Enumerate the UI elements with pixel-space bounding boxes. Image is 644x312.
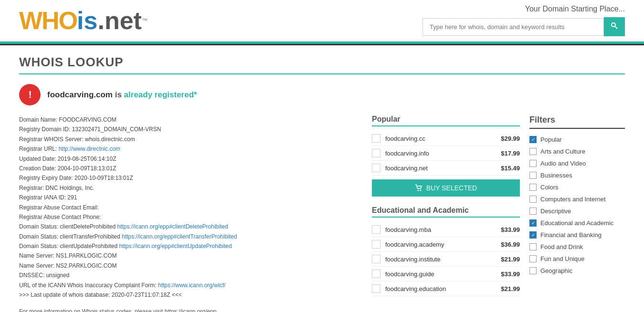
educational-section: Educational and Academic foodcarving.mba… (372, 206, 520, 296)
logo-tm: ™ (142, 17, 148, 24)
page-content: WHOIS LOOKUP ! foodcarving.com is alread… (0, 45, 644, 312)
whois-line: Domain Status: clientDeleteProhibited ht… (19, 222, 362, 231)
header: WHOis.net™ Your Domain Starting Place... (0, 0, 644, 42)
domain-checkbox[interactable] (372, 134, 380, 143)
search-button[interactable] (604, 17, 625, 36)
filter-checkbox[interactable] (529, 255, 537, 262)
popular-title: Popular (372, 115, 520, 126)
filter-item[interactable]: Computers and Internet (529, 193, 625, 205)
filter-label: Popular (540, 136, 562, 143)
whois-link[interactable]: https://icann.org/epp#clientDeleteProhib… (117, 223, 228, 230)
popular-section: Popular foodcarving.cc $29.99 foodcarvin… (372, 115, 520, 197)
domain-row-name: foodcarving.guide (385, 270, 501, 278)
filter-item[interactable]: Financial and Banking (529, 229, 625, 241)
search-input[interactable] (422, 18, 604, 36)
domain-checkbox[interactable] (372, 149, 380, 157)
filter-checkbox[interactable] (529, 267, 537, 274)
domain-checkbox[interactable] (372, 225, 380, 234)
domain-checkbox[interactable] (372, 240, 380, 249)
logo-is: is (77, 8, 97, 33)
whois-line: Registrar WHOIS Server: whois.directnic.… (19, 135, 362, 144)
whois-line: Domain Status: clientTransferProhibited … (19, 232, 362, 241)
filter-label: Geographic (540, 267, 572, 274)
search-area: Your Domain Starting Place... (422, 5, 625, 36)
buy-button-label: BUY SELECTED (426, 184, 477, 192)
domain-row: foodcarving.info $17.99 (372, 146, 520, 161)
filter-item[interactable]: Fun and Unique (529, 253, 625, 265)
domain-row-price: $33.99 (501, 270, 520, 278)
buy-selected-button[interactable]: BUY SELECTED (372, 179, 520, 197)
whois-line: DNSSEC: unsigned (19, 270, 362, 280)
filter-checkbox[interactable] (529, 136, 537, 143)
filter-item[interactable]: Businesses (529, 169, 625, 181)
domain-registered-icon: ! (19, 84, 41, 105)
filter-checkbox[interactable] (529, 196, 537, 203)
main-layout: Domain Name: FOODCARVING.COMRegistry Dom… (19, 115, 625, 312)
filter-item[interactable]: Colors (529, 181, 625, 193)
filter-label: Financial and Banking (540, 231, 602, 239)
filter-item[interactable]: Descriptive (529, 205, 625, 217)
whois-lines: Domain Name: FOODCARVING.COMRegistry Dom… (19, 115, 362, 300)
domain-row-price: $21.99 (501, 256, 520, 263)
whois-line: Name Server: NS1.PARKLOGIC.COM (19, 251, 362, 260)
whois-link[interactable]: http://www.directnic.com (59, 146, 120, 152)
domain-row-price: $21.99 (501, 285, 520, 292)
whois-link[interactable]: https://icann.org/epp#clientUpdateProhib… (119, 243, 232, 250)
domain-row: foodcarving.guide $33.99 (372, 267, 520, 281)
filter-item[interactable]: Audio and Video (529, 157, 625, 169)
domain-row-price: $33.99 (501, 226, 520, 233)
logo[interactable]: WHOis.net™ (19, 8, 148, 33)
educational-title: Educational and Academic (372, 206, 520, 218)
filter-checkbox[interactable] (529, 160, 537, 167)
domain-row: foodcarving.institute $21.99 (372, 252, 520, 267)
domain-status-middle: is (115, 90, 124, 99)
filter-item[interactable]: Geographic (529, 265, 625, 277)
svg-line-1 (615, 27, 618, 29)
filter-label: Colors (540, 184, 559, 191)
educational-domains: foodcarving.mba $33.99 foodcarving.acade… (372, 222, 520, 296)
whois-more-info: For more information on Whois status cod… (19, 307, 362, 312)
filter-checkbox[interactable] (529, 219, 537, 227)
domain-checkbox[interactable] (372, 255, 380, 263)
filter-label: Descriptive (540, 208, 571, 215)
filter-item[interactable]: Popular (529, 134, 625, 146)
whois-link[interactable]: https://icann.org/epp#clientTransferProh… (122, 233, 237, 240)
filter-checkbox[interactable] (529, 184, 537, 191)
popular-domains: foodcarving.cc $29.99 foodcarving.info $… (372, 131, 520, 176)
whois-line: Registrar: DNC Holdings, Inc. (19, 183, 362, 193)
filter-label: Arts and Culture (540, 148, 585, 155)
page-title: WHOIS LOOKUP (19, 55, 625, 74)
domain-checkbox[interactable] (372, 164, 380, 172)
filter-label: Food and Drink (540, 243, 583, 250)
domain-row-price: $15.49 (501, 165, 520, 172)
filter-checkbox[interactable] (529, 208, 537, 215)
whois-line: Registrar Abuse Contact Email: (19, 203, 362, 212)
whois-link[interactable]: https://www.icann.org/wicf/ (158, 282, 225, 289)
whois-line: Registry Expiry Date: 2020-10-09T18:13:0… (19, 173, 362, 183)
whois-line: >>> Last update of whois database: 2020-… (19, 290, 362, 300)
whois-line: Domain Status: clientUpdateProhibited ht… (19, 241, 362, 251)
logo-who: WHO (19, 8, 77, 33)
domain-row-name: foodcarving.academy (385, 241, 501, 248)
domain-result: ! foodcarving.com is already registered* (19, 84, 625, 105)
filter-checkbox[interactable] (529, 231, 537, 239)
logo-dot-net: .net (97, 8, 141, 33)
filter-label: Educational and Academic (540, 219, 613, 227)
filter-checkbox[interactable] (529, 243, 537, 250)
domain-listings: Popular foodcarving.cc $29.99 foodcarvin… (372, 115, 520, 312)
domain-checkbox[interactable] (372, 284, 380, 293)
filter-item[interactable]: Educational and Academic (529, 217, 625, 229)
domain-row-name: foodcarving.institute (385, 256, 501, 263)
filter-item[interactable]: Arts and Culture (529, 146, 625, 157)
whois-line: Registry Domain ID: 132302471_DOMAIN_COM… (19, 125, 362, 134)
domain-row-name: foodcarving.info (385, 150, 501, 157)
whois-line: Registrar URL: http://www.directnic.com (19, 144, 362, 154)
whois-line: Updated Date: 2019-08-25T06:14:10Z (19, 154, 362, 164)
filter-label: Audio and Video (540, 160, 586, 167)
domain-row: foodcarving.cc $29.99 (372, 131, 520, 146)
filter-checkbox[interactable] (529, 148, 537, 155)
filter-checkbox[interactable] (529, 172, 537, 179)
domain-row: foodcarving.education $21.99 (372, 281, 520, 296)
domain-checkbox[interactable] (372, 270, 380, 278)
filter-item[interactable]: Food and Drink (529, 241, 625, 253)
